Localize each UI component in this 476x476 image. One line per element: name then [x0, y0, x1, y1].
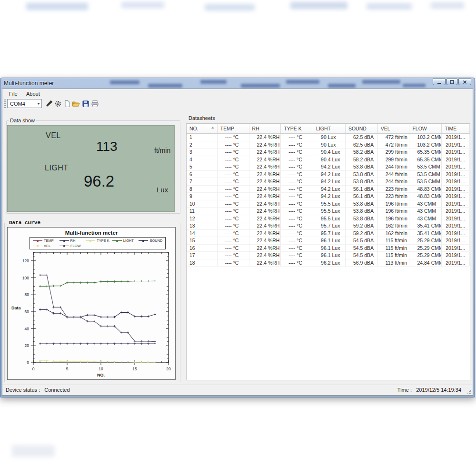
menu-file[interactable]: File	[7, 90, 20, 97]
table-cell: 2019/1...	[442, 252, 470, 259]
resize-grip-icon[interactable]	[467, 389, 472, 394]
desktop-blur	[121, 2, 164, 8]
table-cell: 299 ft/min	[378, 149, 410, 156]
table-row[interactable]: 3---- °C22.4 %RH---- °C90.4 Lux58.2 dBA2…	[187, 149, 470, 156]
svg-text:0: 0	[32, 367, 35, 371]
table-cell: 22.4 %RH	[249, 222, 281, 229]
svg-text:10: 10	[99, 367, 103, 371]
table-cell: 53.5 CMM	[409, 171, 442, 178]
table-cell: 62.5 dBA	[346, 141, 378, 149]
reading-unit-vel: ft/min	[154, 147, 170, 154]
print-icon[interactable]	[91, 99, 99, 108]
table-row[interactable]: 2---- °C22.4 %RH---- °C90 Lux62.5 dBA472…	[187, 141, 470, 149]
table-row[interactable]: 17---- °C22.4 %RH---- °C96.1 Lux54.5 dBA…	[187, 252, 470, 259]
settings-gear-icon[interactable]	[54, 99, 62, 108]
column-header-no-[interactable]: NO.	[187, 124, 218, 133]
table-row[interactable]: 10---- °C22.4 %RH---- °C95.5 Lux53.8 dBA…	[187, 200, 470, 208]
table-cell: ---- °C	[281, 237, 313, 244]
table-row[interactable]: 16---- °C22.4 %RH---- °C96.1 Lux54.5 dBA…	[187, 245, 470, 252]
table-cell: 59.2 dBA	[346, 230, 378, 237]
table-cell: 43 CMM	[409, 215, 442, 222]
column-header-sound[interactable]: SOUND	[346, 124, 378, 133]
table-cell: 22.4 %RH	[249, 245, 281, 252]
table-cell: 244 ft/min	[378, 163, 410, 170]
table-cell: 2019/1...	[442, 200, 470, 208]
table-row[interactable]: 8---- °C22.4 %RH---- °C94.2 Lux56.1 dBA2…	[187, 186, 470, 193]
column-header-rh[interactable]: RH	[249, 124, 281, 133]
table-row[interactable]: 4---- °C22.4 %RH---- °C90.4 Lux58.2 dBA2…	[187, 156, 470, 164]
new-document-icon[interactable]	[63, 99, 71, 108]
table-cell: 2019/1...	[442, 259, 470, 267]
status-bar: Device status : Connected Time : 2019/12…	[2, 385, 473, 395]
table-row[interactable]: 1---- °C22.4 %RH---- °C90 Lux62.5 dBA472…	[187, 134, 470, 141]
column-header-flow[interactable]: FLOW	[409, 124, 442, 133]
table-cell: 162 ft/min	[378, 230, 410, 237]
legend-item-temp: TEMP	[33, 238, 60, 243]
table-cell: 22.4 %RH	[249, 163, 281, 170]
table-cell: 7	[187, 178, 218, 185]
table-cell: 113 ft/min	[378, 259, 410, 267]
table-row[interactable]: 5---- °C22.4 %RH---- °C94.2 Lux53.8 dBA2…	[187, 163, 470, 171]
table-cell: ---- °C	[281, 200, 313, 208]
toolbar-grip[interactable]	[4, 99, 6, 108]
column-header-type-k[interactable]: TYPE K	[281, 124, 313, 133]
table-cell: 22.4 %RH	[249, 193, 281, 200]
table-cell: 22.4 %RH	[249, 237, 281, 244]
save-icon[interactable]	[81, 99, 89, 108]
table-row[interactable]: 11---- °C22.4 %RH---- °C95.5 Lux53.8 dBA…	[187, 208, 470, 215]
table-cell: ---- °C	[218, 193, 249, 200]
table-cell: 94.2 Lux	[313, 186, 346, 193]
table-cell: 22.4 %RH	[249, 215, 281, 222]
table-cell: 95.7 Lux	[313, 230, 346, 237]
chart-legend: TEMPRHTYPE KLIGHTSOUNDVELFLOW	[30, 237, 166, 249]
combo-dropdown-button[interactable]	[35, 99, 41, 108]
column-header-temp[interactable]: TEMP	[218, 124, 249, 133]
datasheets-label: Datasheets	[187, 115, 217, 121]
minimize-button[interactable]	[433, 79, 446, 85]
table-cell: ---- °C	[281, 186, 313, 193]
table-cell: 22.4 %RH	[249, 156, 281, 163]
menu-about[interactable]: About	[24, 90, 42, 97]
table-row[interactable]: 13---- °C22.4 %RH---- °C95.7 Lux59.2 dBA…	[187, 222, 470, 230]
table-cell: 54.5 dBA	[346, 245, 378, 252]
table-cell: 1	[187, 134, 218, 141]
column-header-light[interactable]: LIGHT	[313, 124, 346, 133]
reading-name-light: LIGHT	[45, 164, 69, 172]
column-header-vel[interactable]: VEL	[378, 124, 410, 133]
table-row[interactable]: 14---- °C22.4 %RH---- °C95.7 Lux59.2 dBA…	[187, 230, 470, 238]
table-row[interactable]: 9---- °C22.4 %RH---- °C94.2 Lux56.1 dBA2…	[187, 193, 470, 200]
table-cell: ---- °C	[281, 171, 313, 178]
close-button[interactable]	[458, 79, 471, 85]
table-cell: 162 ft/min	[378, 222, 410, 229]
table-row[interactable]: 15---- °C22.4 %RH---- °C96.1 Lux54.5 dBA…	[187, 237, 470, 245]
table-row[interactable]: 7---- °C22.4 %RH---- °C94.2 Lux53.8 dBA2…	[187, 178, 470, 186]
svg-text:15: 15	[132, 367, 137, 371]
svg-text:0: 0	[27, 360, 29, 365]
table-row[interactable]: 6---- °C22.4 %RH---- °C94.2 Lux53.8 dBA2…	[187, 171, 470, 178]
desktop-blur	[205, 4, 255, 10]
table-cell: ---- °C	[281, 222, 313, 229]
brush-icon[interactable]	[45, 99, 53, 108]
table-cell: 48.83 CMM	[409, 186, 442, 193]
table-row[interactable]: 18---- °C22.4 %RH---- °C96.2 Lux56.9 dBA…	[187, 259, 470, 267]
table-cell: 2019/1...	[442, 230, 470, 237]
svg-text:60: 60	[25, 309, 30, 314]
column-header-time[interactable]: TIME	[442, 124, 470, 133]
table-cell: 12	[187, 215, 218, 222]
table-cell: 11	[187, 208, 218, 215]
com-port-select[interactable]: COM4	[7, 99, 42, 108]
table-cell: 90 Lux	[313, 134, 346, 141]
table-cell: ---- °C	[218, 186, 249, 193]
table-cell: 14	[187, 230, 218, 237]
table-cell: 62.5 dBA	[346, 134, 378, 141]
table-cell: ---- °C	[281, 134, 313, 141]
table-row[interactable]: 12---- °C22.4 %RH---- °C95.5 Lux53.8 dBA…	[187, 215, 470, 223]
legend-item-type-k: TYPE K	[86, 238, 112, 243]
open-folder-icon[interactable]	[72, 99, 80, 108]
table-cell: 6	[187, 171, 218, 178]
table-cell: 223 ft/min	[378, 193, 410, 200]
table-cell: ---- °C	[218, 230, 249, 237]
maximize-button[interactable]	[446, 79, 457, 85]
title-bar[interactable]: Multi-function meter	[0, 78, 475, 89]
table-cell: 22.4 %RH	[249, 186, 281, 193]
